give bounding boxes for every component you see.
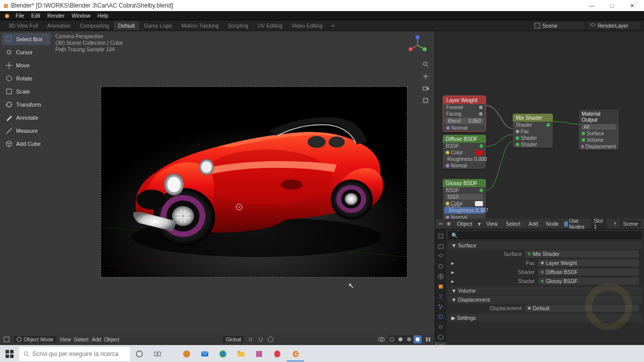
tab-gamelogic[interactable]: Game Logic [139,21,177,30]
tool-scale[interactable]: Scale [2,85,50,98]
tab-compositing[interactable]: Compositing [75,21,113,30]
taskbar-search[interactable] [19,347,130,361]
blend-label[interactable]: Blend [448,118,467,124]
distribution-select[interactable]: GGX [446,194,483,200]
material-slot[interactable]: Slot 1 [591,217,606,229]
menu-render[interactable]: Render [44,13,68,19]
tool-measure[interactable]: Measure [2,125,50,137]
cortana-icon[interactable] [131,346,148,361]
navigation-gizmo[interactable] [407,34,429,56]
node-header-mix[interactable]: Mix Shader [513,114,553,122]
app-icon-blender[interactable] [287,346,304,361]
window-maximize-button[interactable]: □ [602,3,622,9]
app-icon-1[interactable] [178,346,195,361]
taskview-icon[interactable] [149,346,166,361]
roughness-value[interactable]: 0.000 [474,156,487,162]
vp-menu-object[interactable]: Object [104,336,119,342]
orientation-selector[interactable]: Global [223,336,244,343]
viewlayer-name-input[interactable] [598,23,638,29]
node-menu-view[interactable]: View [484,221,501,227]
window-minimize-button[interactable]: — [582,3,602,9]
proptab-world[interactable] [435,272,446,282]
shade-solid[interactable] [396,335,405,343]
start-button[interactable] [1,346,18,361]
tab-motion[interactable]: Motion Tracking [177,21,223,30]
perspective-icon[interactable] [421,96,431,106]
node-menu-object[interactable]: Object [454,221,474,227]
proptab-constraints[interactable] [435,322,446,332]
node-menu-add[interactable]: Add [526,221,540,227]
roughness-value[interactable]: 0.387 [476,208,489,213]
node-menu-select[interactable]: Select [503,221,523,227]
proptab-modifiers[interactable] [435,292,446,302]
snap-icon[interactable] [257,336,264,343]
node-header-output[interactable]: Material Output [579,110,619,124]
taskbar-search-input[interactable] [33,350,126,357]
tab-video[interactable]: Video Editing [287,21,327,30]
section-surface[interactable]: ▼ Surface [448,241,642,249]
menu-help[interactable]: Help [94,13,112,19]
tab-animation[interactable]: Animation [43,21,75,30]
node-menu-node[interactable]: Node [543,221,561,227]
output-target[interactable]: All [582,124,616,130]
proptab-physics[interactable] [435,312,446,322]
tool-move[interactable]: Move [2,59,50,71]
mode-selector[interactable]: Object Mode [13,336,56,343]
tab-3dview[interactable]: 3D View Full [4,21,43,30]
socket-color[interactable]: Color [451,150,473,155]
menu-edit[interactable]: Edit [28,13,44,19]
tool-annotate[interactable]: Annotate [2,112,50,124]
node-header-diffuse[interactable]: Diffuse BSDF [443,135,486,143]
vp-menu-select[interactable]: Select [74,336,89,342]
proptab-render[interactable] [435,231,446,241]
proptab-data[interactable] [435,332,446,342]
shade-material[interactable] [405,335,413,343]
zoom-icon[interactable] [421,59,431,69]
tool-cursor[interactable]: Cursor [2,46,50,58]
pivot-icon[interactable] [247,336,254,343]
proptab-viewlayer[interactable] [435,251,446,261]
node-header-layerweight[interactable]: Layer Weight [443,96,486,104]
proptab-object[interactable] [435,282,446,292]
tool-rotate[interactable]: Rotate [2,72,50,84]
vp-menu-view[interactable]: View [59,336,71,342]
pause-icon[interactable] [425,336,432,343]
vp-menu-add[interactable]: Add [92,336,101,342]
scene-name-input[interactable] [542,23,583,29]
roughness-label[interactable]: Roughness [447,156,473,162]
node-scene-selector[interactable]: Scene [620,220,641,227]
editor-type-icon[interactable] [438,220,443,227]
app-icon-edge[interactable] [214,346,231,361]
menu-file[interactable]: File [12,13,28,19]
shader-node-editor[interactable]: Layer Weight Fresnel Facing Blend0.050 N… [435,31,644,229]
blend-value[interactable]: 0.050 [468,118,481,124]
app-icon-opera[interactable] [269,346,286,361]
editor-type-icon[interactable] [3,336,10,343]
proptab-particles[interactable] [435,302,446,312]
tab-uv[interactable]: UV Editing [253,21,287,30]
scene-selector[interactable] [532,22,585,29]
tab-default[interactable]: Default [114,21,139,30]
node-header-glossy[interactable]: Glossy BSDF [443,179,486,187]
tool-select-box[interactable]: Select Box [2,33,50,45]
window-close-button[interactable]: ✕ [622,3,642,9]
row-fac-value[interactable]: Layer Weight [538,259,639,266]
3d-viewport[interactable]: Select Box Cursor Move Rotate Scale Tran… [0,31,435,352]
proptab-output[interactable] [435,241,446,251]
viewlayer-selector[interactable] [588,22,640,29]
tool-add-cube[interactable]: Add Cube [2,138,50,150]
row-surface-value[interactable]: Mix Shader [525,250,639,257]
tab-add[interactable]: + [327,21,339,30]
shade-wireframe[interactable] [388,335,396,343]
menu-window[interactable]: Window [68,13,94,19]
tool-transform[interactable]: Transform [2,99,50,111]
proptab-scene[interactable] [435,261,446,272]
shader-type-icon[interactable] [446,220,451,227]
app-icon-2[interactable] [251,346,268,361]
shade-rendered[interactable] [414,335,422,343]
overlays-icon[interactable] [378,336,385,343]
use-nodes-checkbox[interactable]: ✓Use Nodes [564,218,588,229]
camera-icon[interactable] [421,83,431,94]
pin-icon[interactable] [613,221,617,227]
app-icon-mail[interactable] [196,346,213,361]
